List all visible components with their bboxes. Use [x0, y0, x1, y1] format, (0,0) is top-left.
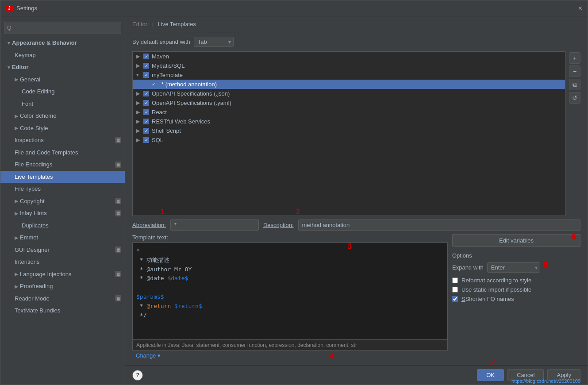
abbreviation-input[interactable]: [170, 219, 259, 231]
sql-checkbox[interactable]: ✓: [143, 137, 149, 143]
sidebar-item-code-editing[interactable]: Code Editing: [0, 85, 125, 98]
search-input[interactable]: [13, 25, 118, 31]
sidebar-item-language-injections[interactable]: ▶ Language Injections ▦: [0, 268, 125, 281]
search-box[interactable]: Q: [4, 22, 121, 34]
sidebar-label-file-code-templates: File and Code Templates: [15, 148, 78, 157]
title-bar: J Settings ×: [0, 0, 588, 16]
expand-dropdown-wrapper[interactable]: Tab Enter Space: [194, 37, 234, 47]
main-content: Editor › Live Templates By default expan…: [125, 16, 588, 385]
checkbox-shorten-fq-row: SShorten FQ names: [452, 296, 580, 302]
tree-item-mybatis[interactable]: ▶ ✓ Mybatis/SQL: [133, 61, 565, 70]
copy-template-button[interactable]: ⧉: [569, 79, 580, 90]
expand-with-dropdown-wrapper[interactable]: Enter Tab Space: [487, 262, 540, 273]
chevron-right-icon: ▶: [136, 100, 142, 106]
sidebar-item-editor[interactable]: ▾ Editor: [0, 61, 125, 73]
method-annotation-checkbox[interactable]: ✓: [150, 81, 156, 87]
sidebar-item-file-types[interactable]: File Types: [0, 183, 125, 195]
chevron-right-icon: ▶: [136, 137, 142, 143]
tree-item-maven[interactable]: ▶ ✓ Maven: [133, 52, 565, 61]
applicable-row: Applicable in Java; Java: statement, con…: [132, 340, 448, 350]
sidebar-item-intentions[interactable]: Intentions: [0, 256, 125, 268]
sidebar-label-editor: Editor: [12, 63, 29, 72]
maven-checkbox[interactable]: ✓: [143, 54, 149, 59]
sidebar-label-textmate: TextMate Bundles: [15, 306, 60, 315]
sidebar-item-proofreading[interactable]: ▶ Proofreading: [0, 280, 125, 293]
sidebar-item-copyright[interactable]: ▶ Copyright ▦: [0, 195, 125, 208]
tree-label-openapi-json: OpenAPI Specifications (.json): [152, 90, 230, 97]
static-import-label: Use static import if possible: [461, 286, 531, 293]
tree-action-buttons: + − ⧉ ↺: [569, 51, 580, 216]
sidebar-item-gui-designer[interactable]: GUI Designer ▦: [0, 244, 125, 256]
sidebar-label-file-encodings: File Encodings: [15, 160, 52, 169]
sidebar-item-inlay-hints[interactable]: ▶ Inlay Hints ▦: [0, 207, 125, 219]
sidebar-item-code-style[interactable]: ▶ Code Style: [0, 122, 125, 135]
reset-template-button[interactable]: ↺: [569, 92, 580, 104]
expand-with-label: Expand with: [452, 264, 484, 271]
sidebar-item-font[interactable]: Font: [0, 98, 125, 110]
help-button[interactable]: ?: [132, 370, 143, 381]
chevron-right-icon: ▶: [15, 197, 18, 205]
openapi-yaml-checkbox[interactable]: ✓: [143, 100, 149, 106]
sidebar-item-file-encodings[interactable]: File Encodings ▦: [0, 158, 125, 171]
template-tree[interactable]: ▶ ✓ Maven ▶ ✓ Mybatis/SQL ▾ ✓ myTempla: [132, 51, 565, 216]
template-code-line-3: * @author Mr OY: [136, 265, 444, 274]
ok-button[interactable]: OK: [477, 369, 504, 381]
react-checkbox[interactable]: ✓: [143, 109, 149, 115]
tree-item-shell[interactable]: ▶ ✓ Shell Script: [133, 126, 565, 135]
restful-checkbox[interactable]: ✓: [143, 119, 149, 124]
tree-item-openapi-yaml[interactable]: ▶ ✓ OpenAPI Specifications (.yaml): [133, 98, 565, 108]
sidebar-item-general[interactable]: ▶ General: [0, 73, 125, 86]
openapi-json-checkbox[interactable]: ✓: [143, 91, 149, 96]
chevron-right-icon: ▶: [15, 76, 18, 83]
add-template-button[interactable]: +: [569, 52, 580, 64]
sidebar-item-live-templates[interactable]: Live Templates: [0, 171, 125, 183]
sidebar-label-duplicates: Duplicates: [22, 221, 49, 230]
options-section: Edit variables 6 Options Expand with Ent…: [452, 234, 580, 359]
sidebar-label-proofreading: Proofreading: [20, 282, 53, 291]
tree-label-shell: Shell Script: [152, 127, 181, 134]
file-encodings-badge: ▦: [115, 162, 121, 168]
remove-template-button[interactable]: −: [569, 65, 580, 77]
expand-with-dropdown[interactable]: Enter Tab Space: [487, 262, 540, 273]
sidebar-label-intentions: Intentions: [15, 258, 39, 266]
tree-item-method-annotation[interactable]: ✓ * (method annotation): [133, 80, 565, 89]
reformat-checkbox[interactable]: [452, 277, 458, 283]
close-button[interactable]: ×: [578, 4, 582, 12]
tree-item-react[interactable]: ▶ ✓ React: [133, 108, 565, 117]
shell-checkbox[interactable]: ✓: [143, 128, 149, 134]
change-link[interactable]: Change ▾: [136, 352, 161, 359]
chevron-right-icon: ▶: [15, 283, 18, 290]
inlay-hints-badge: ▦: [115, 210, 121, 216]
sidebar-item-duplicates[interactable]: Duplicates: [0, 219, 125, 232]
footer-url: https://blog.csdn.net/v20200109: [511, 378, 580, 384]
mytemplate-checkbox[interactable]: ✓: [143, 72, 149, 78]
sidebar-item-inspections[interactable]: Inspections ▦: [0, 134, 125, 146]
tree-label-mybatis: Mybatis/SQL: [152, 62, 184, 69]
tree-item-mytemplate[interactable]: ▾ ✓ myTemplate: [133, 70, 565, 80]
annotation-5: 5: [544, 261, 548, 269]
tree-item-restful[interactable]: ▶ ✓ RESTful Web Services: [133, 117, 565, 126]
checkbox-static-import-row: Use static import if possible: [452, 286, 580, 293]
shorten-fq-checkbox[interactable]: [452, 296, 458, 302]
sidebar-item-textmate[interactable]: TextMate Bundles: [0, 304, 125, 317]
description-input[interactable]: [298, 219, 580, 231]
annotation-2: 2: [296, 208, 300, 216]
reader-mode-badge: ▦: [115, 295, 121, 301]
tree-item-openapi-json[interactable]: ▶ ✓ OpenAPI Specifications (.json): [133, 89, 565, 98]
tree-item-sql[interactable]: ▶ ✓ SQL: [133, 135, 565, 145]
app-icon: J: [6, 5, 13, 12]
mybatis-checkbox[interactable]: ✓: [143, 63, 149, 69]
template-code-line-7: * @return $return$: [136, 302, 444, 311]
sidebar-item-appearance[interactable]: ▾ Appearance & Behavior: [0, 37, 125, 49]
edit-variables-button[interactable]: Edit variables: [452, 234, 580, 247]
sidebar-item-reader-mode[interactable]: Reader Mode ▦: [0, 293, 125, 305]
abbr-desc-row: Abbreviation: Description: 1 2: [132, 216, 580, 231]
sidebar-label-inspections: Inspections: [15, 136, 44, 145]
sidebar-item-keymap[interactable]: Keymap: [0, 49, 125, 62]
expand-dropdown[interactable]: Tab Enter Space: [194, 37, 234, 47]
sidebar-item-color-scheme[interactable]: ▶ Color Scheme: [0, 110, 125, 122]
sidebar-item-emmet[interactable]: ▶ Emmet: [0, 231, 125, 244]
chevron-right-icon: ▶: [136, 119, 142, 124]
sidebar-item-file-code-templates[interactable]: File and Code Templates: [0, 146, 125, 159]
static-import-checkbox[interactable]: [452, 287, 458, 293]
